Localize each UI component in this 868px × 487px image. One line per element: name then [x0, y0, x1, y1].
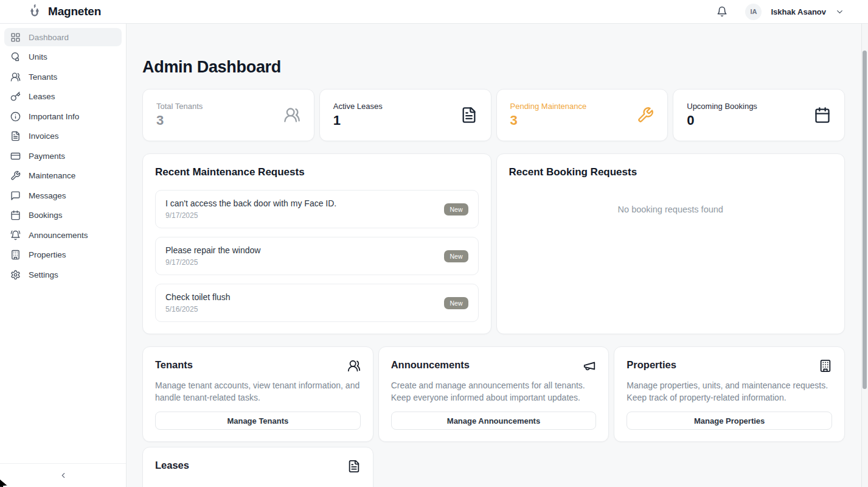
manage-properties-button[interactable]: Manage Properties: [627, 412, 832, 430]
brand-header: Magneten: [0, 0, 127, 24]
sidebar-item-label: Units: [29, 52, 47, 61]
sidebar-item-label: Leases: [29, 92, 55, 101]
sidebar-item-important-info[interactable]: Important Info: [4, 107, 122, 125]
request-title: Check toilet flush: [165, 292, 231, 302]
feature-description: Create and manage announcements for all …: [391, 380, 597, 404]
stat-label: Total Tenants: [156, 102, 203, 111]
sidebar-item-messages[interactable]: Messages: [4, 186, 122, 205]
request-date: 5/16/2025: [165, 305, 231, 314]
main-content: Admin Dashboard Total Tenants 3 Active L…: [127, 24, 868, 487]
manage-announcements-button[interactable]: Manage Announcements: [391, 412, 597, 430]
status-badge: New: [444, 297, 468, 309]
chevron-left-icon: [59, 471, 68, 480]
building-icon: [10, 250, 21, 260]
status-badge: New: [444, 250, 468, 262]
request-title: I can't access the back door with my Fac…: [165, 198, 336, 208]
feature-card-announcements: Announcements Create and manage announce…: [378, 346, 609, 442]
file-text-icon: [460, 107, 477, 124]
map-pin-house-icon: [10, 52, 21, 62]
chevron-down-icon[interactable]: [835, 7, 844, 16]
stat-card-upcoming-bookings: Upcoming Bookings 0: [673, 89, 845, 141]
sidebar-collapse-button[interactable]: [0, 463, 126, 487]
sidebar-item-dashboard[interactable]: Dashboard: [4, 28, 122, 46]
stats-row: Total Tenants 3 Active Leases 1 Pending …: [142, 89, 845, 141]
sidebar-item-label: Messages: [29, 191, 66, 200]
sidebar-item-invoices[interactable]: Invoices: [4, 127, 122, 145]
building-icon: [819, 359, 832, 373]
wrench-icon: [10, 170, 21, 181]
panel-title: Recent Booking Requests: [509, 166, 833, 178]
sidebar-item-leases[interactable]: Leases: [4, 88, 122, 106]
key-icon: [10, 91, 21, 102]
page-title: Admin Dashboard: [142, 58, 845, 77]
sidebar-item-label: Payments: [29, 152, 65, 161]
sidebar-item-label: Tenants: [29, 72, 57, 82]
calendar-icon: [814, 107, 831, 124]
sidebar-item-units[interactable]: Units: [4, 48, 122, 66]
sidebar-item-label: Important Info: [29, 112, 79, 121]
recent-booking-panel: Recent Booking Requests No booking reque…: [496, 153, 845, 334]
sidebar-item-payments[interactable]: Payments: [4, 147, 122, 165]
sidebar-item-label: Bookings: [29, 211, 63, 220]
sidebar-item-bookings[interactable]: Bookings: [4, 206, 122, 225]
feature-title: Properties: [627, 359, 676, 371]
feature-description: Manage tenant accounts, view tenant info…: [155, 380, 361, 404]
sidebar-item-properties[interactable]: Properties: [4, 246, 122, 264]
recent-maintenance-panel: Recent Maintenance Requests I can't acce…: [142, 153, 491, 334]
request-date: 9/17/2025: [165, 211, 336, 220]
users-icon: [283, 107, 300, 124]
calendar-icon: [10, 210, 21, 220]
stat-value: 3: [510, 113, 587, 128]
file-text-icon: [10, 131, 21, 141]
sidebar: Dashboard Units Tenants Leases Important…: [0, 24, 127, 487]
empty-state-message: No booking requests found: [509, 205, 833, 214]
users-icon: [10, 72, 21, 82]
panels-row: Recent Maintenance Requests I can't acce…: [142, 153, 845, 334]
stat-card-active-leases: Active Leases 1: [319, 89, 491, 141]
maintenance-request-row[interactable]: I can't access the back door with my Fac…: [155, 190, 479, 228]
status-badge: New: [444, 203, 468, 215]
gear-icon: [10, 270, 21, 280]
user-name[interactable]: Iskhak Asanov: [771, 7, 826, 16]
feature-card-tenants: Tenants Manage tenant accounts, view ten…: [142, 346, 373, 442]
mouse-cursor: [0, 477, 12, 487]
top-bar: IA Iskhak Asanov: [127, 0, 868, 24]
sidebar-item-announcements[interactable]: Announcements: [4, 226, 122, 244]
stat-card-total-tenants: Total Tenants 3: [142, 89, 314, 141]
brand-name: Magneten: [48, 5, 101, 18]
notifications-bell-icon[interactable]: [717, 6, 727, 17]
sidebar-item-settings[interactable]: Settings: [4, 265, 122, 284]
stat-label: Pending Maintenance: [510, 102, 587, 111]
feature-card-properties: Properties Manage properties, units, and…: [614, 346, 845, 442]
feature-title: Leases: [155, 460, 189, 471]
wrench-icon: [637, 107, 654, 124]
stat-card-pending-maintenance: Pending Maintenance 3: [496, 89, 668, 141]
scrollbar-thumb[interactable]: [863, 51, 867, 389]
megaphone-icon: [583, 359, 596, 373]
stat-label: Upcoming Bookings: [687, 102, 757, 111]
dashboard-grid-icon: [10, 32, 21, 43]
info-icon: [10, 111, 21, 122]
stat-label: Active Leases: [333, 102, 383, 111]
avatar[interactable]: IA: [745, 4, 762, 20]
request-title: Please repair the window: [165, 245, 260, 255]
sidebar-item-label: Announcements: [29, 231, 88, 240]
bell-ring-icon: [10, 230, 21, 240]
scrollbar[interactable]: [861, 24, 868, 487]
sidebar-nav: Dashboard Units Tenants Leases Important…: [0, 24, 126, 463]
maintenance-request-row[interactable]: Please repair the window 9/17/2025 New: [155, 237, 479, 275]
sidebar-item-maintenance[interactable]: Maintenance: [4, 167, 122, 185]
sidebar-item-label: Maintenance: [29, 171, 75, 180]
request-date: 9/17/2025: [165, 258, 260, 267]
sidebar-item-label: Invoices: [29, 131, 59, 141]
sidebar-item-tenants[interactable]: Tenants: [4, 68, 122, 86]
file-text-icon: [347, 460, 361, 473]
sidebar-item-label: Dashboard: [29, 33, 69, 42]
manage-tenants-button[interactable]: Manage Tenants: [155, 412, 361, 430]
feature-description: Manage properties, units, and maintenanc…: [627, 380, 832, 404]
magnet-logo-icon: [27, 4, 43, 19]
feature-title: Tenants: [155, 359, 193, 371]
feature-title: Announcements: [391, 359, 470, 371]
maintenance-request-row[interactable]: Check toilet flush 5/16/2025 New: [155, 284, 479, 322]
sidebar-item-label: Settings: [29, 270, 58, 279]
